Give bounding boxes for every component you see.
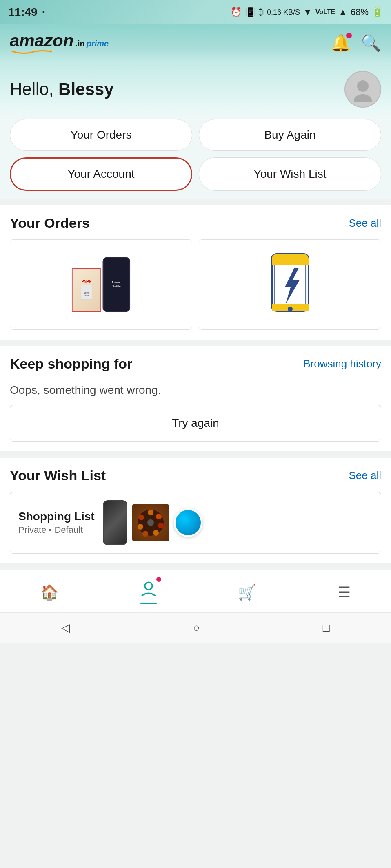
your-orders-title: Your Orders <box>10 215 90 231</box>
wish-list-title: Your Wish List <box>10 468 106 484</box>
keep-shopping-title: Keep shopping for <box>10 356 132 372</box>
try-again-button[interactable]: Try again <box>10 405 381 442</box>
wish-list-see-all[interactable]: See all <box>349 469 382 482</box>
logo-in: .in <box>75 39 84 49</box>
svg-point-13 <box>288 307 293 311</box>
greeting-username: Blessy <box>58 80 113 99</box>
battery-icon: 🔋 <box>372 7 383 18</box>
browsing-history-link[interactable]: Browsing history <box>303 358 381 370</box>
vibrate-icon: 📳 <box>245 7 256 18</box>
order-card-2[interactable] <box>199 239 381 330</box>
account-icon <box>140 580 157 601</box>
greeting-text: Hello, Blessy <box>10 80 114 99</box>
amazon-logo-text: amazon <box>10 31 73 51</box>
menu-icon: ☰ <box>338 584 351 601</box>
status-dot: • <box>42 8 45 17</box>
status-time: 11:49 <box>8 6 38 19</box>
svg-point-2 <box>354 94 372 102</box>
data-speed-label: 0.16 KB/S <box>267 9 300 16</box>
svg-point-18 <box>158 523 164 528</box>
order-card-1[interactable]: PNPN Never Settle NeverSettle <box>10 239 192 330</box>
svg-point-1 <box>357 80 369 92</box>
prime-label: prime <box>87 39 109 49</box>
nav-menu[interactable]: ☰ <box>329 581 359 604</box>
wish-list-meta: Private • Default <box>18 525 95 535</box>
account-nav-dot <box>156 577 161 582</box>
bluetooth-icon: ₿ <box>259 7 264 18</box>
logo-container: amazon .in prime <box>10 31 109 55</box>
wish-list-card[interactable]: Shopping List Private • Default <box>10 492 381 554</box>
svg-point-15 <box>147 519 154 526</box>
notification-dot <box>346 33 352 38</box>
recents-button[interactable]: □ <box>323 621 330 634</box>
alexa-ball <box>174 508 202 537</box>
home-icon: 🏠 <box>40 584 59 601</box>
your-orders-button[interactable]: Your Orders <box>10 119 192 151</box>
svg-text:Settle: Settle <box>84 294 89 296</box>
battery-label: 68% <box>351 7 369 18</box>
greeting-section: Hello, Blessy <box>0 63 391 119</box>
app-header: amazon .in prime 🔔 🔍 <box>0 24 391 63</box>
android-nav-bar: ◁ ○ □ <box>0 612 391 643</box>
quick-actions-grid: Your Orders Buy Again Your Account Your … <box>0 119 391 199</box>
svg-text:Never: Never <box>84 291 90 294</box>
svg-rect-9 <box>272 259 309 265</box>
glass-box: PNPN Never Settle <box>72 268 101 312</box>
alarm-icon: ⏰ <box>231 7 242 18</box>
your-orders-see-all[interactable]: See all <box>349 217 382 230</box>
back-button[interactable]: ◁ <box>61 621 70 634</box>
charger-illustration <box>258 248 323 321</box>
search-icon[interactable]: 🔍 <box>361 33 381 53</box>
logo-arrow <box>11 48 52 55</box>
nav-account[interactable] <box>132 577 165 607</box>
product-1-illustration: PNPN Never Settle NeverSettle <box>72 257 130 312</box>
volte-icon: VoLTE <box>315 9 335 16</box>
error-message: Oops, something went wrong. <box>10 384 381 397</box>
wish-list-info: Shopping List Private • Default <box>18 510 95 535</box>
svg-marker-0 <box>50 50 52 53</box>
your-wish-list-section: Your Wish List See all Shopping List Pri… <box>0 458 391 563</box>
wifi-icon: ▼ <box>303 7 312 18</box>
cart-icon: 🛒 <box>238 584 256 601</box>
wish-list-images <box>103 500 373 545</box>
wish-list-item-spice <box>132 504 169 541</box>
svg-point-21 <box>138 524 143 530</box>
signal-icon: ▲ <box>338 7 347 18</box>
header-action-icons: 🔔 🔍 <box>331 33 381 53</box>
svg-point-19 <box>153 530 159 536</box>
nav-cart[interactable]: 🛒 <box>230 581 264 604</box>
your-wish-list-button[interactable]: Your Wish List <box>199 157 381 191</box>
svg-point-17 <box>156 514 162 519</box>
status-bar: 11:49 • ⏰ 📳 ₿ 0.16 KB/S ▼ VoLTE ▲ 68% 🔋 <box>0 0 391 24</box>
nav-home[interactable]: 🏠 <box>32 581 67 604</box>
svg-point-20 <box>142 531 148 537</box>
svg-point-16 <box>148 510 153 515</box>
wish-list-item-phone <box>103 500 127 545</box>
your-orders-section: Your Orders See all PNPN Never Settle Ne… <box>0 205 391 340</box>
notification-bell-wrapper[interactable]: 🔔 <box>331 33 351 53</box>
svg-point-22 <box>138 515 144 520</box>
keep-shopping-section: Keep shopping for Browsing history Oops,… <box>0 346 391 451</box>
buy-again-button[interactable]: Buy Again <box>199 119 381 151</box>
avatar[interactable] <box>344 71 381 108</box>
svg-point-23 <box>145 582 152 590</box>
phone-mockup: NeverSettle <box>103 257 130 312</box>
home-button[interactable]: ○ <box>193 621 200 634</box>
your-account-button[interactable]: Your Account <box>10 157 192 191</box>
orders-grid: PNPN Never Settle NeverSettle <box>10 239 381 330</box>
wish-list-name: Shopping List <box>18 510 95 523</box>
bottom-nav: 🏠 🛒 ☰ <box>0 570 391 612</box>
nav-active-indicator <box>140 603 157 604</box>
greeting-prefix: Hello, <box>10 80 58 99</box>
